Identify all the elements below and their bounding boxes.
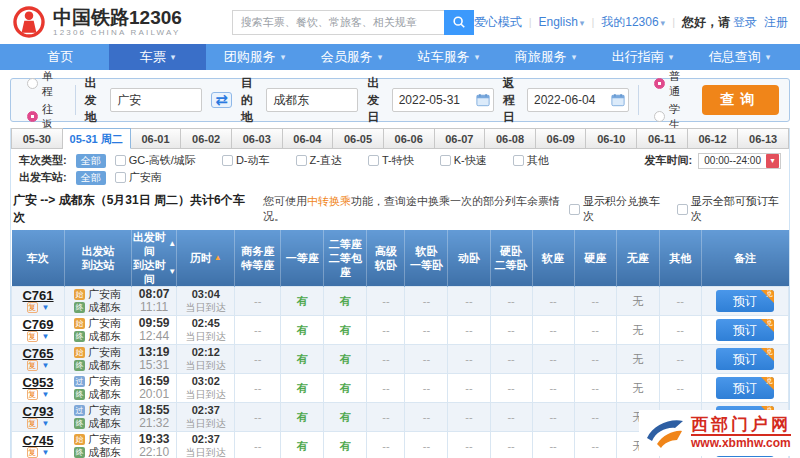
login-link[interactable]: 登录 [733,14,757,31]
nav-item[interactable]: 站车服务▾ [400,44,497,70]
train-number-link[interactable]: C953 [12,376,64,389]
date-tab[interactable]: 06-12 [688,128,739,149]
expand-arrow-icon[interactable]: ▼ [42,389,50,401]
date-tab[interactable]: 06-04 [283,128,334,149]
passenger-type-option[interactable]: 学生 [654,102,687,132]
date-tab[interactable]: 06-01 [131,128,182,149]
column-header[interactable]: 备注 [701,230,788,287]
seat-availability-cell: 有 [324,287,367,316]
column-header[interactable]: 车次 [12,230,65,287]
column-header[interactable]: 历时▲ [177,230,235,287]
passenger-type-option[interactable]: 普通 [654,69,687,99]
column-header[interactable]: 硬座 [574,230,616,287]
column-header[interactable]: 其他 [659,230,701,287]
train-type-checkbox[interactable]: K-快速 [440,153,487,168]
train-number-link[interactable]: C765 [12,347,64,360]
column-header-label: 软卧 [415,244,437,258]
train-number-link[interactable]: C793 [12,405,64,418]
to-station-input[interactable] [266,88,358,112]
expand-arrow-icon[interactable]: ▼ [42,447,50,458]
column-header[interactable]: 动卧 [448,230,490,287]
date-tab[interactable]: 06-06 [384,128,435,149]
column-header[interactable]: 高级软卧 [367,230,405,287]
transfer-link[interactable]: 中转换乘 [307,195,351,207]
book-button[interactable]: 预订 [716,290,774,312]
train-type-checkbox[interactable]: Z-直达 [296,153,342,168]
language-select[interactable]: English▾ [538,15,584,29]
seat-availability-cell: -- [574,287,616,316]
love-mode-link[interactable]: 爱心模式 [474,14,522,31]
column-header[interactable]: 出发站到达站 [65,230,132,287]
query-button[interactable]: 查询 [702,85,779,115]
column-header[interactable]: 硬卧二等卧 [490,230,532,287]
column-header[interactable]: 一等座 [281,230,324,287]
column-header[interactable]: 二等座二等包座 [324,230,367,287]
date-tab[interactable]: 06-13 [738,128,789,149]
book-button[interactable]: 预订 [716,348,774,370]
nav-item[interactable]: 商旅服务▾ [497,44,594,70]
trip-type-option[interactable]: 往返 [27,102,60,132]
nav-item-label: 站车服务 [418,48,470,66]
date-tab[interactable]: 06-11 [637,128,688,149]
book-button[interactable]: 预订 [716,377,774,399]
watermark-logo-icon [644,413,686,453]
swap-stations-icon[interactable]: ⇄ [211,92,232,108]
search-button[interactable] [444,10,474,35]
nav-item[interactable]: 首页 [12,44,109,70]
nav-item[interactable]: 车票▾ [109,44,206,70]
expand-arrow-icon[interactable]: ▼ [42,360,50,372]
train-type-checkbox[interactable]: GC-高铁/城际 [115,153,196,168]
column-header[interactable]: 软卧一等卧 [405,230,448,287]
book-button[interactable]: 预订 [716,319,774,341]
expand-arrow-icon[interactable]: ▼ [42,302,50,314]
date-tab[interactable]: 05-30 [11,128,63,149]
nav-item[interactable]: 信息查询▾ [691,44,788,70]
train-type-checkbox[interactable]: 其他 [513,153,549,168]
nav-item[interactable]: 出行指南▾ [594,44,691,70]
column-header-label: 备注 [734,251,756,265]
expand-arrow-icon[interactable]: ▼ [42,418,50,430]
expand-arrow-icon[interactable]: ▼ [42,331,50,343]
train-type-checkbox[interactable]: D-动车 [222,153,270,168]
nav-item[interactable]: 会员服务▾ [303,44,400,70]
calendar-icon[interactable] [476,93,490,107]
seat-availability-cell: 有 [281,316,324,345]
train-number-link[interactable]: C769 [12,318,64,331]
from-station-input[interactable] [110,88,202,112]
seat-availability-cell: -- [235,432,281,458]
depart-time-select[interactable]: 00:00--24:00 ▾ [698,153,781,169]
date-tab[interactable]: 06-10 [586,128,637,149]
date-tab[interactable]: 06-09 [536,128,587,149]
to-station-name: 成都东 [88,301,121,314]
nav-item[interactable]: 团购服务▾ [206,44,303,70]
column-header[interactable]: 出发时间▲到达时间▼ [132,230,177,287]
depart-station-checkbox[interactable]: 广安南 [115,170,162,185]
date-tab[interactable]: 05-31 周二 [63,128,131,149]
column-header[interactable]: 软座 [532,230,574,287]
stations-cell: 始广安南终成都东 [65,287,132,316]
search-input[interactable] [232,10,444,35]
site-logo[interactable]: 中国铁路12306 12306 CHINA RAILWAY [12,5,232,39]
train-number-link[interactable]: C761 [12,289,64,302]
date-tab[interactable]: 06-05 [333,128,384,149]
station-type-icon: 终 [74,302,85,313]
column-header[interactable]: 商务座特等座 [235,230,281,287]
date-tab[interactable]: 06-02 [181,128,232,149]
train-type-checkbox[interactable]: T-特快 [368,153,414,168]
display-toggle-checkbox[interactable]: 显示全部可预订车次 [677,194,785,224]
date-tab[interactable]: 06-03 [232,128,283,149]
column-header-label: 无座 [627,251,649,265]
depart-station-all-badge[interactable]: 全部 [76,171,106,185]
my-12306-menu[interactable]: 我的12306▾ [601,14,665,31]
calendar-icon[interactable] [611,93,625,107]
duration-cell: 02:45当日到达 [177,316,235,345]
column-header[interactable]: 无座 [616,230,659,287]
register-link[interactable]: 注册 [764,14,788,31]
trip-type-option[interactable]: 单程 [27,69,60,99]
date-tabs: 05-3005-31 周二06-0106-0206-0306-0406-0506… [11,128,789,149]
train-number-link[interactable]: C745 [12,434,64,447]
date-tab[interactable]: 06-07 [435,128,486,149]
display-toggle-checkbox[interactable]: 显示积分兑换车次 [569,194,667,224]
date-tab[interactable]: 06-08 [485,128,536,149]
train-type-all-badge[interactable]: 全部 [76,154,106,168]
